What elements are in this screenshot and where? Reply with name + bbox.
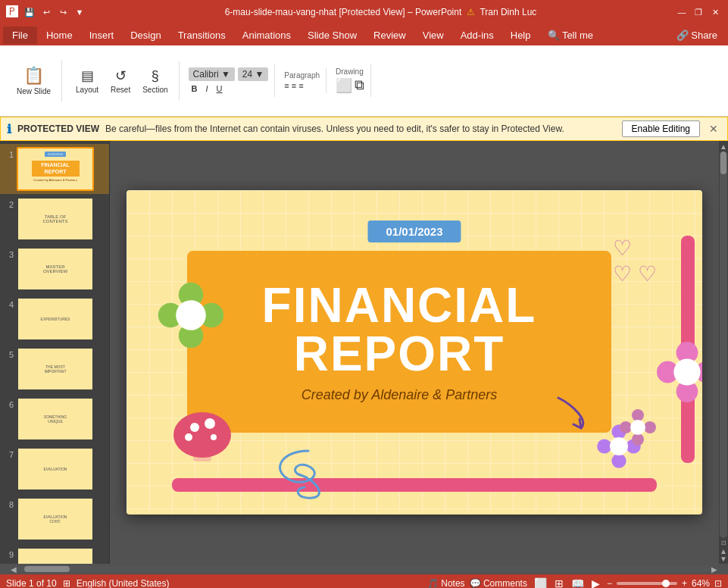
slide-thumb-4[interactable]: 4 EXPENDITURES bbox=[0, 294, 109, 344]
protected-info-icon: ℹ bbox=[7, 122, 11, 136]
menu-bar: File Home Insert Design Transitions Anim… bbox=[0, 24, 728, 45]
close-icon[interactable]: ✕ bbox=[708, 5, 722, 19]
scroll-down-up-icon[interactable]: ▲ bbox=[720, 547, 727, 555]
menu-help[interactable]: Help bbox=[503, 27, 539, 44]
section-button[interactable]: §Section bbox=[138, 64, 172, 97]
menu-animations[interactable]: Animations bbox=[235, 27, 298, 44]
minimize-icon[interactable]: — bbox=[675, 5, 689, 19]
comments-button[interactable]: 💬 Comments bbox=[470, 578, 527, 588]
slide-thumb-2[interactable]: 2 TABLE OFCONTENTS bbox=[0, 194, 109, 244]
slide-indicator-icon[interactable]: ⊞ bbox=[63, 578, 70, 588]
slide-date-badge: 01/01/2023 bbox=[367, 220, 461, 242]
slide-title-line1: FINANCIAL REPORT bbox=[262, 281, 537, 378]
scroll-left-button[interactable]: ◀ bbox=[11, 565, 17, 574]
slide-number-9: 9 bbox=[3, 550, 14, 559]
fit-slide-button[interactable]: ⊡ bbox=[714, 578, 722, 588]
main-area: 1 01/01/2023 FINANCIALREPORT Created by … bbox=[0, 141, 728, 564]
arrange-button[interactable]: ⧉ bbox=[355, 77, 364, 94]
align-center-button[interactable]: ≡ bbox=[292, 81, 296, 90]
pink-flower-right-deco bbox=[657, 342, 702, 402]
restore-icon[interactable]: ❐ bbox=[692, 5, 705, 19]
svg-point-17 bbox=[632, 433, 644, 446]
reset-button[interactable]: ↺Reset bbox=[106, 64, 135, 97]
language-indicator[interactable]: English (United States) bbox=[77, 578, 170, 588]
slide-preview-4: EXPENDITURES bbox=[17, 297, 94, 341]
scroll-track[interactable] bbox=[720, 152, 727, 538]
menu-view[interactable]: View bbox=[415, 27, 451, 44]
share-button[interactable]: 🔗 Share bbox=[669, 27, 725, 44]
redo-icon[interactable]: ↪ bbox=[56, 5, 70, 19]
menu-review[interactable]: Review bbox=[366, 27, 414, 44]
svg-point-18 bbox=[620, 421, 632, 433]
slide-thumb-6[interactable]: 6 SOMETHINGUNIQUE bbox=[0, 394, 109, 444]
slide-preview-7: EVALUATION bbox=[17, 447, 94, 491]
vertical-scrollbar[interactable]: ▲ ⊡ ▲ ▼ bbox=[719, 141, 728, 564]
slide-preview-9: NEW STRATEGY bbox=[17, 547, 94, 564]
h-scroll-thumb[interactable] bbox=[24, 566, 70, 572]
align-right-button[interactable]: ≡ bbox=[298, 81, 303, 90]
undo-icon[interactable]: ↩ bbox=[39, 5, 53, 19]
font-selector[interactable]: Calibri ▼ bbox=[189, 67, 235, 81]
svg-point-15 bbox=[632, 409, 644, 421]
purple-flower2-deco bbox=[619, 408, 657, 446]
menu-design[interactable]: Design bbox=[123, 27, 168, 44]
slide-sorter-button[interactable]: ⊞ bbox=[552, 577, 566, 588]
italic-button[interactable]: I bbox=[203, 83, 211, 94]
bold-button[interactable]: B bbox=[189, 83, 201, 94]
slide-number-6: 6 bbox=[3, 400, 14, 409]
menu-home[interactable]: Home bbox=[39, 27, 80, 44]
menu-insert[interactable]: Insert bbox=[82, 27, 122, 44]
zoom-minus-button[interactable]: − bbox=[607, 578, 612, 588]
tell-me-input[interactable]: 🔍 Tell me bbox=[540, 27, 601, 44]
save-icon[interactable]: 💾 bbox=[23, 5, 36, 19]
slide-thumb-1[interactable]: 1 01/01/2023 FINANCIALREPORT Created by … bbox=[0, 144, 109, 194]
menu-transitions[interactable]: Transitions bbox=[170, 27, 233, 44]
menu-slideshow[interactable]: Slide Show bbox=[300, 27, 364, 44]
slide-number-5: 5 bbox=[3, 350, 14, 359]
align-left-button[interactable]: ≡ bbox=[284, 81, 289, 90]
arrow-deco bbox=[551, 390, 596, 439]
scroll-down-button[interactable]: ▼ bbox=[720, 555, 727, 562]
shapes-button[interactable]: ⬜ bbox=[336, 77, 352, 94]
notes-button[interactable]: 🎵 Notes bbox=[427, 578, 465, 588]
scroll-thumb[interactable] bbox=[720, 152, 726, 174]
underline-button[interactable]: U bbox=[214, 83, 226, 94]
horizontal-scrollbar[interactable]: ◀ ▶ bbox=[0, 564, 728, 574]
normal-view-button[interactable]: ⬜ bbox=[532, 577, 549, 588]
slide-thumb-7[interactable]: 7 EVALUATION bbox=[0, 444, 109, 494]
slide-orange-card: FINANCIAL REPORT Created by Aldenaire & … bbox=[187, 251, 611, 433]
fontsize-selector[interactable]: 24 ▼ bbox=[238, 67, 269, 81]
mushroom-deco bbox=[172, 393, 233, 469]
reading-view-button[interactable]: 📖 bbox=[569, 577, 586, 588]
slide-thumb-8[interactable]: 8 EVALUATIONCONT. bbox=[0, 494, 109, 544]
svg-point-4 bbox=[176, 300, 206, 330]
customize-icon[interactable]: ▼ bbox=[73, 5, 86, 19]
scroll-right-button[interactable]: ▶ bbox=[711, 565, 717, 574]
zoom-slider[interactable] bbox=[617, 582, 677, 585]
svg-point-12 bbox=[611, 454, 626, 468]
enable-editing-button[interactable]: Enable Editing bbox=[622, 120, 700, 137]
hearts-deco: ♡♡ ♡ bbox=[613, 236, 657, 286]
slide-number-2: 2 bbox=[3, 200, 14, 209]
svg-point-19 bbox=[630, 420, 645, 435]
scroll-up-button[interactable]: ▲ bbox=[720, 142, 727, 150]
swirl-deco bbox=[263, 443, 354, 507]
menu-addins[interactable]: Add-ins bbox=[453, 27, 501, 44]
zoom-plus-button[interactable]: + bbox=[682, 578, 687, 588]
window-title: 6-mau-slide-mau-vang-nhat [Protected Vie… bbox=[86, 7, 675, 17]
close-protected-bar-button[interactable]: ✕ bbox=[706, 121, 721, 136]
slide-thumb-3[interactable]: 3 MASTEROVERVIEW bbox=[0, 244, 109, 294]
slide-thumb-5[interactable]: 5 THE MOSTIMPORTANT bbox=[0, 344, 109, 394]
zoom-thumb[interactable] bbox=[662, 580, 670, 587]
svg-point-22 bbox=[190, 423, 199, 432]
new-slide-button[interactable]: 📋 New Slide bbox=[12, 63, 55, 99]
layout-button[interactable]: ▤Layout bbox=[71, 64, 103, 97]
menu-file[interactable]: File bbox=[3, 27, 37, 44]
fit-page-button[interactable]: ⊡ bbox=[720, 540, 727, 547]
zoom-level: 64% bbox=[692, 578, 710, 588]
slide-thumb-9[interactable]: 9 NEW STRATEGY bbox=[0, 544, 109, 564]
slideshow-button[interactable]: ▶ bbox=[589, 577, 602, 588]
slide-panel[interactable]: 1 01/01/2023 FINANCIALREPORT Created by … bbox=[0, 141, 110, 564]
username: Tran Dinh Luc bbox=[480, 7, 536, 17]
h-scroll-track[interactable] bbox=[17, 566, 711, 572]
